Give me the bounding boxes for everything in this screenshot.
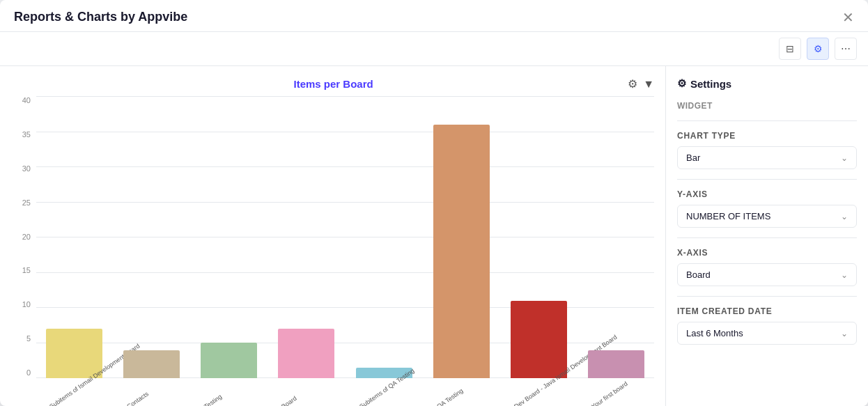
bar-group[interactable]: Testing: [194, 96, 264, 378]
date-label: Item Created Date: [677, 306, 857, 316]
chart-actions: ⚙ ▼: [628, 77, 654, 91]
x-axis-display[interactable]: Board ⌄: [678, 264, 856, 286]
y-axis-tick-label: 40: [11, 96, 31, 104]
y-axis-tick-label: 30: [11, 164, 31, 173]
y-axis-tick-label: 5: [11, 334, 31, 343]
bar-group[interactable]: Board: [271, 96, 341, 378]
bar[interactable]: [588, 350, 644, 379]
bar-group[interactable]: Contacts: [116, 96, 187, 378]
toolbar: ⊟ ⚙ ⋯: [0, 32, 868, 66]
settings-gear-icon: ⚙: [677, 77, 686, 90]
date-select[interactable]: Last 6 Months ⌄: [677, 322, 857, 345]
more-icon: ⋯: [841, 43, 851, 54]
divider-3: [677, 237, 857, 238]
divider-1: [677, 120, 857, 121]
modal-container: Reports & Charts by Appvibe ✕ ⊟ ⚙ ⋯ Item…: [0, 0, 868, 406]
close-icon[interactable]: ✕: [842, 10, 854, 24]
x-axis-label: X-AXIS: [677, 248, 857, 258]
settings-title: Settings: [690, 78, 731, 90]
chart-header: Items per Board ⚙ ▼: [11, 77, 654, 91]
y-axis-tick-label: 25: [11, 198, 31, 207]
split-view-button[interactable]: ⊟: [779, 38, 801, 60]
modal-header: Reports & Charts by Appvibe ✕: [0, 0, 868, 32]
bar-group[interactable]: Subitems of Ismail Development Board: [39, 96, 109, 378]
settings-header: ⚙ Settings: [677, 77, 857, 90]
bar-group[interactable]: QA Testing: [426, 96, 497, 378]
y-axis-label: Y-AXIS: [677, 189, 857, 199]
chart-type-label: Chart Type: [677, 131, 857, 141]
y-axis: 0510152025303540: [11, 96, 31, 378]
bar-x-label: QA Testing: [435, 387, 464, 406]
chart-type-select[interactable]: Bar ⌄: [677, 146, 857, 169]
bar-x-label: Contacts: [126, 390, 150, 406]
y-axis-tick-label: 0: [11, 368, 31, 377]
bar-group[interactable]: Subitems of QA Testing: [349, 96, 419, 378]
chart-filter-button[interactable]: ▼: [643, 77, 654, 91]
chart-gear-button[interactable]: ⚙: [628, 77, 637, 91]
settings-panel: ⚙ Settings Widget Chart Type Bar ⌄ Y-AXI…: [666, 66, 868, 406]
y-axis-tick-label: 35: [11, 130, 31, 139]
chart-type-chevron-icon: ⌄: [841, 153, 848, 163]
chart-filter-icon: ▼: [643, 78, 654, 90]
x-axis-value: Board: [686, 270, 711, 280]
chart-wrapper: 0510152025303540 Subitems of Ismail Deve…: [11, 96, 654, 406]
modal-title: Reports & Charts by Appvibe: [14, 10, 187, 24]
bar-x-label: Board: [281, 395, 298, 406]
x-axis-chevron-icon: ⌄: [841, 270, 848, 280]
bar-group[interactable]: Dev Board - Java Ismail Development Boar…: [504, 96, 574, 378]
bar[interactable]: [278, 329, 334, 378]
chart-gear-icon: ⚙: [628, 78, 637, 90]
y-axis-tick-label: 20: [11, 233, 31, 241]
date-value: Last 6 Months: [686, 328, 743, 338]
more-options-button[interactable]: ⋯: [835, 38, 857, 60]
y-axis-select[interactable]: NUMBER OF ITEMS ⌄: [677, 205, 857, 228]
widget-section-label: Widget: [677, 101, 857, 111]
chart-type-display[interactable]: Bar ⌄: [678, 147, 856, 169]
bar-group[interactable]: Your first board: [581, 96, 651, 378]
divider-2: [677, 179, 857, 180]
bar-x-label: Testing: [203, 393, 224, 406]
y-axis-tick-label: 15: [11, 266, 31, 274]
y-axis-display[interactable]: NUMBER OF ITEMS ⌄: [678, 205, 856, 227]
x-axis-select[interactable]: Board ⌄: [677, 263, 857, 286]
date-display[interactable]: Last 6 Months ⌄: [678, 322, 856, 344]
date-chevron-icon: ⌄: [841, 329, 848, 338]
divider-4: [677, 296, 857, 297]
bar[interactable]: [201, 343, 257, 378]
bar[interactable]: [123, 350, 180, 379]
chart-type-value: Bar: [686, 153, 700, 163]
bar[interactable]: [46, 329, 102, 378]
y-axis-tick-label: 10: [11, 300, 31, 309]
y-axis-chevron-icon: ⌄: [841, 212, 848, 221]
bar[interactable]: [433, 125, 490, 379]
chart-area: Items per Board ⚙ ▼ 0510152025303540 Sub…: [0, 66, 666, 406]
y-axis-value: NUMBER OF ITEMS: [686, 211, 770, 221]
bar[interactable]: [511, 301, 567, 378]
settings-toolbar-button[interactable]: ⚙: [807, 38, 829, 60]
settings-toolbar-icon: ⚙: [814, 43, 823, 54]
split-icon: ⊟: [786, 43, 794, 54]
bars-container: Subitems of Ismail Development BoardCont…: [36, 96, 654, 378]
bar-x-label: Your first board: [590, 380, 628, 406]
main-content: Items per Board ⚙ ▼ 0510152025303540 Sub…: [0, 66, 868, 406]
chart-inner: Subitems of Ismail Development BoardCont…: [36, 96, 654, 378]
chart-title: Items per Board: [39, 78, 628, 90]
